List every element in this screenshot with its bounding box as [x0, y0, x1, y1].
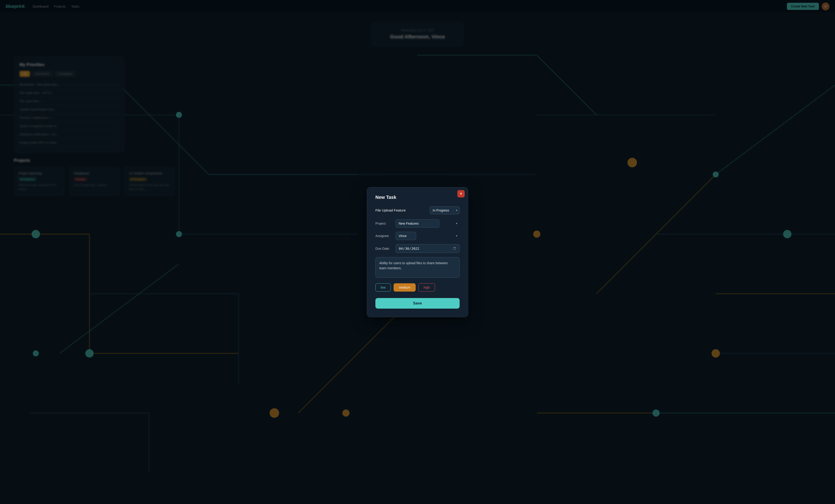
priority-row: low medium high	[375, 283, 460, 291]
task-name-label: File Upload Feature	[375, 208, 426, 212]
project-select[interactable]: New Features Databases UI module compone…	[395, 219, 440, 228]
status-select[interactable]: To Do In Progress Done	[430, 206, 460, 214]
assignee-row: Assignee: Vince Alex Sam Jordan	[375, 232, 460, 240]
priority-medium-button[interactable]: medium	[393, 283, 416, 291]
due-date-label: Due Date:	[375, 247, 392, 250]
task-name-row: File Upload Feature To Do In Progress Do…	[375, 206, 460, 214]
modal-overlay[interactable]: × New Task File Upload Feature To Do In …	[0, 0, 835, 504]
project-select-wrapper: New Features Databases UI module compone…	[395, 219, 460, 228]
new-task-modal: × New Task File Upload Feature To Do In …	[367, 187, 468, 317]
priority-low-button[interactable]: low	[375, 283, 391, 291]
save-button[interactable]: Save	[375, 298, 460, 309]
description-textarea[interactable]: Ability for users to upload files to sha…	[375, 257, 460, 278]
assignee-select-wrapper: Vince Alex Sam Jordan	[395, 232, 460, 240]
project-label: Project:	[375, 222, 392, 225]
status-dropdown-wrapper: To Do In Progress Done	[430, 206, 460, 214]
modal-close-button[interactable]: ×	[457, 190, 465, 198]
modal-title: New Task	[375, 195, 460, 200]
priority-high-button[interactable]: high	[419, 283, 435, 291]
project-row: Project: New Features Databases UI modul…	[375, 219, 460, 228]
due-date-input[interactable]	[395, 244, 460, 253]
assignee-label: Assignee:	[375, 234, 392, 238]
assignee-select[interactable]: Vince Alex Sam Jordan	[395, 232, 416, 240]
due-date-row: Due Date:	[375, 244, 460, 253]
